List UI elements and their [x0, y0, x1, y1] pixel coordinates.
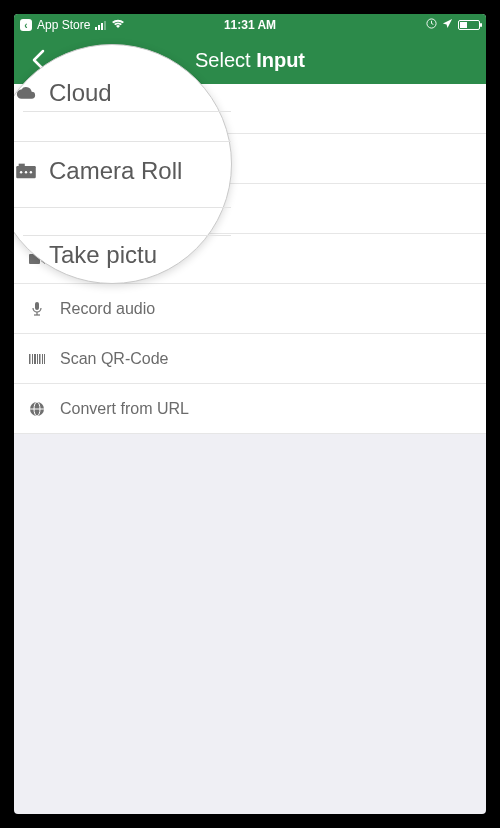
wifi-icon [111, 19, 125, 31]
row-record-audio[interactable]: Record audio [14, 284, 486, 334]
status-bar-left: ‹ App Store [20, 18, 125, 32]
magnifier-highlight: Cloud Camera Roll Take pictu [14, 44, 232, 284]
device-frame: ‹ App Store 11:31 AM [0, 0, 500, 828]
svg-point-26 [20, 171, 22, 173]
row-label: Record audio [60, 300, 472, 318]
nav-title-bold: Input [256, 49, 305, 71]
row-convert-url[interactable]: Convert from URL [14, 384, 486, 434]
svg-rect-15 [32, 354, 33, 364]
screen: ‹ App Store 11:31 AM [14, 14, 486, 814]
divider [14, 207, 231, 208]
svg-rect-17 [37, 354, 38, 364]
divider [23, 111, 231, 112]
rotation-lock-icon [426, 18, 437, 32]
magnifier-label: Cloud [49, 79, 112, 107]
row-scan-qr[interactable]: Scan QR-Code [14, 334, 486, 384]
row-label: Convert from URL [60, 400, 472, 418]
magnifier-label: Camera Roll [49, 157, 182, 185]
barcode-icon [28, 353, 46, 365]
cell-signal-icon [95, 20, 106, 30]
status-bar-right [426, 14, 480, 36]
camera-roll-icon [15, 162, 37, 180]
svg-rect-20 [44, 354, 45, 364]
divider [14, 141, 231, 142]
svg-rect-18 [39, 354, 41, 364]
battery-icon [458, 20, 480, 30]
back-to-app-label[interactable]: App Store [37, 18, 90, 32]
nav-title-prefix: Select [195, 49, 256, 71]
svg-rect-19 [42, 354, 43, 364]
svg-rect-16 [34, 354, 36, 364]
svg-point-27 [25, 171, 27, 173]
magnifier-label: Take pictu [49, 241, 157, 269]
svg-rect-25 [19, 164, 25, 168]
globe-icon [28, 401, 46, 417]
back-to-app-chip-icon[interactable]: ‹ [20, 19, 32, 31]
svg-rect-14 [29, 354, 31, 364]
divider [23, 235, 231, 236]
magnifier-row-camera-roll: Camera Roll [15, 157, 231, 185]
svg-rect-11 [35, 302, 39, 310]
magnifier-row-cloud: Cloud [15, 79, 231, 107]
microphone-icon [28, 301, 46, 317]
magnifier-row-take-picture: Take pictu [15, 241, 231, 269]
location-icon [442, 18, 453, 32]
status-bar: ‹ App Store 11:31 AM [14, 14, 486, 36]
svg-point-28 [30, 171, 32, 173]
cloud-icon [15, 85, 37, 101]
row-label: Scan QR-Code [60, 350, 472, 368]
